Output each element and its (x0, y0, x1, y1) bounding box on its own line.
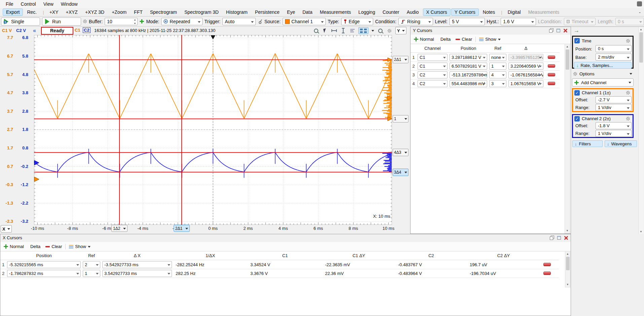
time-position-select[interactable]: 0 s (596, 45, 632, 52)
add-normal-cursor-button[interactable]: Normal (414, 37, 434, 42)
y-cursor-tag-3Δ4[interactable]: 3Δ4 (393, 169, 408, 176)
channel2-range-select[interactable]: 1 V/div (596, 130, 632, 137)
tab-eye[interactable]: Eye (284, 8, 298, 16)
y-cursor-tag-1[interactable]: 1 (393, 115, 408, 122)
collapse-panel-icon[interactable]: « (33, 28, 36, 34)
y-axis-selector[interactable]: Y (395, 27, 406, 34)
levels-icon[interactable] (349, 28, 355, 34)
c1-badge[interactable]: C1 (75, 28, 80, 33)
show-menu-button[interactable]: Show (69, 244, 91, 249)
remove-cursor-button[interactable] (543, 272, 551, 275)
delta-select[interactable]: -3.3985765125 V (508, 54, 543, 61)
buffer-stepper[interactable]: 10 (105, 18, 138, 25)
ref-select[interactable]: 3 (489, 80, 506, 87)
y-cursor-tag-2Δ1[interactable]: 2Δ1 (393, 56, 408, 63)
delta-x-select[interactable]: -3.542927733 ms (102, 261, 172, 268)
channel-select[interactable]: C1 (418, 63, 448, 70)
options-row[interactable]: Options (572, 70, 634, 77)
tab-notes[interactable]: Notes (479, 8, 499, 16)
show-menu-button[interactable]: Show (479, 37, 501, 42)
position-select[interactable]: -5.329215565 ms (7, 261, 81, 268)
channel-select[interactable]: C2 (418, 71, 448, 78)
tab-fft[interactable]: FFT (131, 8, 146, 16)
waveform-plot[interactable] (34, 35, 392, 225)
pointer-icon[interactable] (322, 28, 328, 34)
ref-select[interactable]: 1 (83, 270, 100, 277)
single-button[interactable]: 1 Single (1, 17, 40, 26)
expand-arrow-icon[interactable]: → (574, 27, 579, 34)
tabs-collapse-button[interactable]: - (639, 9, 641, 15)
time-gear-icon[interactable] (624, 38, 631, 43)
source-select[interactable]: Channel 1 (283, 18, 326, 25)
close-icon[interactable] (563, 28, 568, 33)
add-normal-cursor-button[interactable]: Normal (4, 244, 24, 249)
tab-data[interactable]: Data (299, 8, 316, 16)
quadrant-layout-button[interactable] (358, 27, 368, 34)
add-delta-cursor-button[interactable]: Delta (440, 37, 451, 42)
delta-select[interactable]: 3.220640569 V (508, 63, 543, 70)
delta-x-select[interactable]: 3.542927733 ms (102, 270, 172, 277)
tab-audio[interactable]: Audio (403, 8, 422, 16)
tab-persistence[interactable]: Persistence (252, 8, 283, 16)
time-checkbox[interactable] (574, 38, 580, 43)
y-cursors-titlebar[interactable]: Y Cursors (410, 27, 571, 35)
tab--xyz-3d[interactable]: +XYZ 3D (82, 8, 108, 16)
tab-y-cursors[interactable]: Y Cursors (451, 8, 479, 16)
position-select[interactable]: 6.507829181 V (450, 63, 487, 70)
clear-cursors-button[interactable]: Clear (456, 37, 472, 42)
length-select[interactable]: 0 s (615, 18, 644, 25)
ref-select[interactable]: 4 (489, 71, 506, 78)
condition-select[interactable]: Rising (398, 18, 433, 25)
channel2-checkbox[interactable] (574, 116, 580, 121)
x-cursor-tag-2Δ1[interactable]: 2Δ1 (174, 225, 190, 232)
clear-cursors-button[interactable]: Clear (45, 244, 62, 249)
position-select[interactable]: -1.786287832 ms (7, 270, 81, 277)
y-cursors-scrollbar[interactable]: ▲▼ (565, 44, 570, 234)
maximize-icon[interactable] (557, 29, 560, 32)
restore-icon[interactable] (550, 236, 554, 240)
filters-button[interactable]: Filters (572, 140, 603, 147)
add-delta-cursor-button[interactable]: Delta (30, 244, 40, 249)
close-icon[interactable] (564, 236, 568, 240)
x-cursors-titlebar[interactable]: X Cursors (0, 234, 571, 242)
remove-cursor-button[interactable] (548, 82, 555, 85)
level-select[interactable]: 5 V (450, 18, 485, 25)
sidebar-scrollbar[interactable]: ▲▼ (638, 27, 644, 234)
remove-cursor-button[interactable] (548, 73, 555, 76)
wavegens-button[interactable]: Wavegens (605, 140, 637, 147)
tab-measurements[interactable]: Measurements (317, 8, 355, 16)
channel-select[interactable]: C1 (418, 54, 448, 61)
channel1-checkbox[interactable] (574, 90, 580, 96)
buffer-gear-icon[interactable] (83, 20, 87, 23)
type-select[interactable]: Edge (341, 18, 373, 25)
mode-select[interactable]: Repeated (161, 18, 202, 25)
channel1-offset-select[interactable]: -2.7 V (596, 96, 632, 103)
add-icon[interactable] (140, 19, 144, 24)
ref-select[interactable]: 1 (489, 63, 506, 70)
tab-measurements[interactable]: Measurements (525, 8, 563, 16)
menu-control[interactable]: Control (17, 1, 40, 7)
channel2-gear-icon[interactable] (624, 116, 631, 121)
tab--zoom[interactable]: +Zoom (108, 8, 130, 16)
tab-digital[interactable]: Digital (504, 8, 524, 16)
tab-counter[interactable]: Counter (379, 8, 403, 16)
trigger-select[interactable]: Auto (222, 18, 256, 25)
tab--xyz[interactable]: +XYZ (63, 8, 81, 16)
x-cursors-scrollbar[interactable]: ▲▼ (565, 251, 570, 287)
menu-window[interactable]: Window (57, 1, 81, 7)
tab--xy[interactable]: +XY (46, 8, 62, 16)
tab-x-cursors[interactable]: X Cursors (423, 8, 451, 16)
channel1-range-select[interactable]: 1 V/div (596, 104, 632, 111)
remove-cursor-button[interactable] (543, 263, 551, 266)
channel2-offset-select[interactable]: -1.8 V (596, 122, 632, 129)
add-channel-button[interactable]: Add Channel (572, 78, 634, 86)
delta-select[interactable]: -1.0676156584 V (508, 71, 543, 78)
x-axis-selector[interactable]: X (1, 225, 12, 233)
lcondition-select[interactable]: Timeout (564, 18, 596, 25)
quadrant-caret-icon[interactable] (371, 30, 374, 33)
time-base-select[interactable]: 2 ms/div (596, 54, 632, 61)
fit-vertical-icon[interactable] (340, 28, 346, 34)
ref-select[interactable]: none (489, 54, 506, 61)
run-button[interactable]: Run (42, 17, 81, 26)
x-cursor-tag-1Δ2[interactable]: 1Δ2 (111, 225, 128, 232)
